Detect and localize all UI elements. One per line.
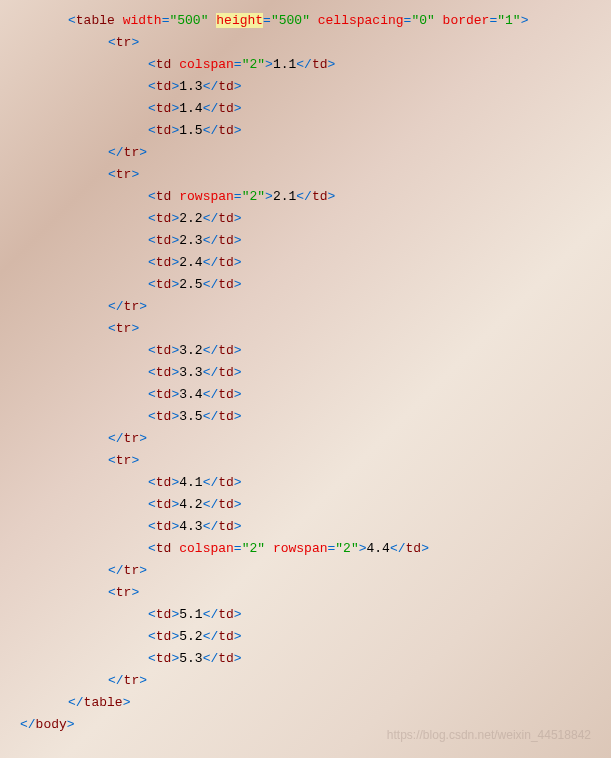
code-line: <td>1.4</td>	[20, 98, 591, 120]
bracket-token: >	[139, 145, 147, 160]
bracket-token: >	[131, 321, 139, 336]
bracket-token: </	[203, 255, 219, 270]
bracket-token: >	[265, 189, 273, 204]
bracket-token: >	[131, 453, 139, 468]
tag-name-token: td	[218, 497, 234, 512]
attr-value-token: "2"	[242, 541, 265, 556]
tag-name-token: td	[312, 57, 328, 72]
bracket-token: >	[521, 13, 529, 28]
code-line: <td>3.3</td>	[20, 362, 591, 384]
bracket-token: <	[148, 57, 156, 72]
bracket-token: </	[108, 145, 124, 160]
bracket-token: <	[108, 453, 116, 468]
bracket-token: >	[328, 189, 336, 204]
bracket-token: >	[234, 123, 242, 138]
tag-name-token: td	[156, 255, 172, 270]
tag-name-token: td	[156, 497, 172, 512]
code-line: <td>4.1</td>	[20, 472, 591, 494]
plain-token	[310, 13, 318, 28]
code-line: <td>2.3</td>	[20, 230, 591, 252]
bracket-token: >	[359, 541, 367, 556]
tag-name-token: body	[36, 717, 67, 732]
bracket-token: >	[234, 277, 242, 292]
tag-name-token: td	[156, 607, 172, 622]
attr-value-token: "2"	[242, 189, 265, 204]
attr-value-token: "500"	[271, 13, 310, 28]
text-content-token: 2.2	[179, 211, 202, 226]
bracket-token: >	[234, 607, 242, 622]
bracket-token: </	[108, 299, 124, 314]
tag-name-token: tr	[116, 585, 132, 600]
bracket-token: <	[148, 79, 156, 94]
bracket-token: </	[203, 101, 219, 116]
bracket-token: >	[234, 211, 242, 226]
tag-name-token: tr	[116, 321, 132, 336]
bracket-token: <	[148, 277, 156, 292]
text-content-token: 5.3	[179, 651, 202, 666]
bracket-token: >	[265, 57, 273, 72]
code-line: <tr>	[20, 318, 591, 340]
tag-name-token: td	[156, 475, 172, 490]
attr-name-token: border	[443, 13, 490, 28]
code-line: <tr>	[20, 582, 591, 604]
attr-value-token: "1"	[497, 13, 520, 28]
code-line: <td>2.4</td>	[20, 252, 591, 274]
bracket-token: =	[234, 57, 242, 72]
bracket-token: =	[234, 541, 242, 556]
tag-name-token: tr	[124, 431, 140, 446]
tag-name-token: td	[156, 365, 172, 380]
bracket-token: >	[131, 35, 139, 50]
code-line: <table width="500" height="500" cellspac…	[20, 10, 591, 32]
attr-value-token: "500"	[169, 13, 208, 28]
bracket-token: </	[203, 387, 219, 402]
bracket-token: =	[234, 189, 242, 204]
text-content-token: 1.4	[179, 101, 202, 116]
bracket-token: <	[108, 35, 116, 50]
bracket-token: <	[108, 321, 116, 336]
text-content-token: 4.1	[179, 475, 202, 490]
bracket-token: >	[234, 79, 242, 94]
tag-name-token: td	[218, 123, 234, 138]
code-line: <td>1.3</td>	[20, 76, 591, 98]
bracket-token: </	[296, 57, 312, 72]
bracket-token: <	[148, 651, 156, 666]
code-line: <td>3.2</td>	[20, 340, 591, 362]
bracket-token: <	[148, 607, 156, 622]
bracket-token: >	[234, 409, 242, 424]
tag-name-token: td	[218, 387, 234, 402]
code-line: </tr>	[20, 560, 591, 582]
attr-name-token: height	[216, 13, 263, 28]
bracket-token: >	[234, 387, 242, 402]
code-line: <td>4.3</td>	[20, 516, 591, 538]
tag-name-token: td	[156, 233, 172, 248]
text-content-token: 3.3	[179, 365, 202, 380]
bracket-token: </	[203, 343, 219, 358]
bracket-token: </	[203, 519, 219, 534]
tag-name-token: td	[156, 519, 172, 534]
tag-name-token: tr	[116, 167, 132, 182]
tag-name-token: td	[218, 409, 234, 424]
bracket-token: >	[234, 255, 242, 270]
tag-name-token: tr	[124, 299, 140, 314]
bracket-token: >	[234, 519, 242, 534]
bracket-token: >	[234, 497, 242, 512]
attr-value-token: "2"	[335, 541, 358, 556]
bracket-token: </	[203, 211, 219, 226]
bracket-token: <	[148, 189, 156, 204]
bracket-token: </	[108, 431, 124, 446]
bracket-token: >	[131, 167, 139, 182]
tag-name-token: td	[156, 101, 172, 116]
code-line: <td>2.5</td>	[20, 274, 591, 296]
code-line: <td rowspan="2">2.1</td>	[20, 186, 591, 208]
tag-name-token: td	[406, 541, 422, 556]
bracket-token: <	[148, 123, 156, 138]
tag-name-token: table	[84, 695, 123, 710]
bracket-token: >	[234, 629, 242, 644]
tag-name-token: td	[156, 211, 172, 226]
tag-name-token: td	[156, 57, 172, 72]
code-line: <td>4.2</td>	[20, 494, 591, 516]
bracket-token: >	[234, 233, 242, 248]
code-line: <tr>	[20, 32, 591, 54]
bracket-token: >	[234, 365, 242, 380]
text-content-token: 5.2	[179, 629, 202, 644]
